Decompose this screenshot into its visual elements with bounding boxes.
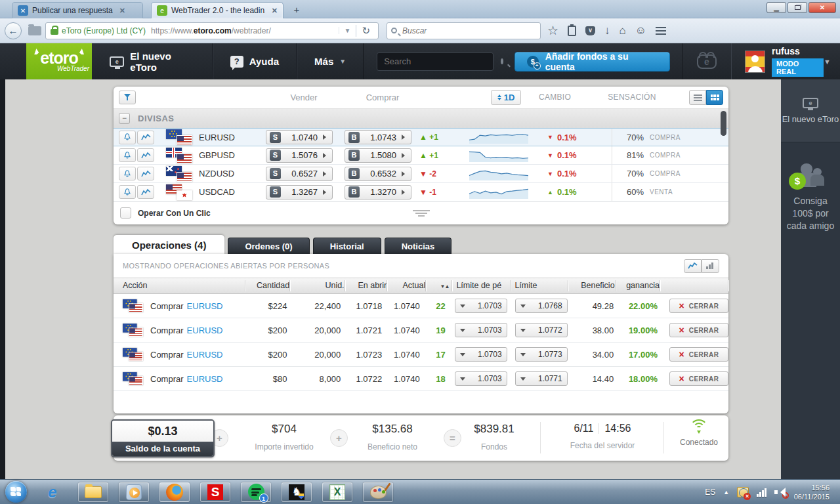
clock[interactable]: 15:56 06/11/2015 — [794, 483, 833, 501]
downloads-icon[interactable]: ↓ — [604, 25, 610, 36]
sell-button[interactable]: S1.3267 — [266, 185, 333, 200]
close-trade-button[interactable]: ×CERRAR — [669, 347, 728, 362]
minimize-button[interactable]: ▁ — [766, 2, 786, 13]
pair-link[interactable]: EURUSD — [187, 301, 223, 311]
scrollbar-thumb[interactable] — [721, 111, 726, 136]
tab-historial[interactable]: Historial — [313, 238, 381, 255]
resize-handle[interactable] — [413, 209, 430, 218]
pocket-icon[interactable]: ∨ — [585, 26, 595, 35]
pair-name[interactable]: NZDUSD — [199, 169, 250, 178]
buy-button[interactable]: B1.0743 — [345, 130, 411, 144]
back-button[interactable]: ← — [5, 22, 22, 39]
pair-name[interactable]: GBPUSD — [199, 150, 250, 160]
new-tab-button[interactable]: + — [289, 4, 304, 16]
sell-button[interactable]: S0.6527 — [266, 167, 333, 181]
tab-noticias[interactable]: Noticias — [385, 238, 452, 255]
taskbar-media-player[interactable] — [119, 482, 149, 502]
sell-button[interactable]: S1.0740 — [266, 130, 333, 144]
taskbar-firefox[interactable] — [159, 482, 190, 502]
avatar[interactable] — [745, 51, 765, 73]
network-error-icon[interactable] — [737, 487, 749, 497]
take-profit-dropdown[interactable]: 1.0768 — [515, 299, 568, 313]
history-folder-icon[interactable] — [28, 26, 41, 35]
nav-more[interactable]: Más ▼ — [297, 43, 364, 79]
collapse-button[interactable]: − — [119, 113, 130, 124]
watchlist-row-NZDUSD[interactable]: NZDUSD S0.6527 B0.6532 ▼ -2 ▼0.1% 70%COM… — [114, 165, 728, 183]
take-profit-dropdown[interactable]: 1.0772 — [515, 323, 568, 337]
tab-ordenes-[interactable]: Ordenes (0) — [228, 238, 309, 255]
take-profit-dropdown[interactable]: 1.0771 — [515, 371, 568, 386]
alert-bell-button[interactable] — [119, 167, 136, 180]
sidebar-new-etoro[interactable]: e El nuevo eToro — [781, 79, 840, 142]
column-header-En abrir[interactable]: En abrir — [345, 280, 388, 291]
taskbar-paint[interactable] — [363, 482, 393, 502]
balance-card[interactable]: $0.13 Saldo de la cuenta — [111, 419, 215, 457]
column-header-Unid.[interactable]: Unid. — [290, 280, 345, 291]
grid-view-button[interactable] — [706, 90, 723, 105]
open-chart-button[interactable] — [137, 185, 154, 199]
tab-operaciones-[interactable]: Operaciones (4) — [114, 235, 224, 255]
restore-button[interactable] — [788, 2, 807, 13]
taskbar-s-app[interactable]: S — [200, 482, 230, 502]
column-header-Acción[interactable]: Acción — [114, 280, 245, 291]
nav-help[interactable]: ? Ayuda — [213, 43, 297, 79]
browser-tab-webtrader[interactable]: e WebTrader 2.0 - the leadin... ✕ — [151, 2, 284, 18]
column-header-Límite de pé[interactable]: Límite de pé — [452, 280, 511, 291]
tray-expand-icon[interactable]: ▲ — [723, 489, 729, 495]
bookmarks-list-icon[interactable] — [568, 26, 576, 36]
column-header-Límite[interactable]: Límite — [511, 280, 568, 291]
one-click-checkbox[interactable] — [120, 207, 131, 219]
stop-loss-dropdown[interactable]: 1.0703 — [455, 299, 507, 313]
pair-name[interactable]: USDCAD — [199, 187, 250, 197]
taskbar-ie[interactable]: e — [37, 482, 68, 502]
column-header-Beneficio[interactable]: Beneficio — [568, 280, 616, 291]
buy-button[interactable]: B1.3270 — [345, 185, 411, 200]
browser-search-input[interactable] — [401, 26, 513, 36]
tab-close-icon[interactable]: ✕ — [119, 7, 125, 15]
pair-link[interactable]: EURUSD — [187, 374, 223, 384]
buy-button[interactable]: B1.5080 — [345, 148, 411, 163]
user-menu[interactable]: rufuss MODO REAL — [731, 43, 824, 79]
alert-bell-button[interactable] — [119, 185, 136, 199]
taskbar-explorer[interactable] — [78, 482, 108, 502]
start-button[interactable] — [5, 481, 27, 503]
open-chart-button[interactable] — [137, 131, 154, 144]
add-funds-button[interactable]: $ Añadir fondos a su cuenta — [514, 52, 670, 72]
trade-row[interactable]: ComprarEURUSD $80 8,000 1.0722 1.0740 18… — [114, 367, 728, 391]
close-trade-button[interactable]: ×CERRAR — [669, 299, 728, 313]
stop-loss-dropdown[interactable]: 1.0703 — [455, 347, 507, 362]
close-trade-button[interactable]: ×CERRAR — [669, 371, 728, 386]
trade-row[interactable]: ComprarEURUSD $200 20,000 1.0721 1.0740 … — [114, 318, 728, 343]
trade-row[interactable]: ComprarEURUSD $224 22,400 1.0718 1.0740 … — [114, 294, 728, 318]
watchlist-row-GBPUSD[interactable]: GBPUSD S1.5076 B1.5080 ▲ +1 ▼0.1% 81%COM… — [114, 146, 728, 165]
watchlist-row-EURUSD[interactable]: EURUSD S1.0740 B1.0743 ▲ +1 ▼0.1% 70%COM… — [114, 128, 728, 146]
column-header-sort[interactable]: ▼▲ — [426, 280, 452, 291]
take-profit-dropdown[interactable]: 1.0773 — [515, 347, 568, 362]
column-header-sort[interactable] — [660, 280, 728, 291]
signal-bars-icon[interactable] — [757, 488, 766, 497]
menu-icon[interactable] — [656, 27, 666, 28]
language-indicator[interactable]: ES — [705, 488, 715, 497]
home-icon[interactable]: ⌂ — [620, 25, 626, 36]
column-header-Actual[interactable]: Actual — [387, 280, 426, 291]
column-header-ganancia[interactable]: ganancia — [616, 280, 660, 291]
trade-row[interactable]: ComprarEURUSD $200 20,000 1.0723 1.0740 … — [114, 343, 728, 367]
timeframe-selector[interactable]: 1D — [491, 90, 521, 105]
stats-mode-button[interactable] — [702, 259, 719, 273]
etoro-logo[interactable]: etoro WebTrader — [26, 43, 92, 79]
muted-speaker-icon[interactable] — [774, 488, 786, 497]
chart-mode-button[interactable] — [684, 259, 702, 273]
list-view-button[interactable] — [689, 90, 706, 105]
url-text[interactable]: https://www.etoro.com/webtrader/ — [151, 26, 338, 35]
pair-name[interactable]: EURUSD — [199, 133, 250, 142]
url-dropdown-icon[interactable]: ▼ — [339, 27, 356, 34]
openbook-link[interactable]: e — [682, 43, 731, 79]
buy-button[interactable]: B0.6532 — [345, 167, 411, 181]
tab-close-icon[interactable]: ✕ — [272, 7, 278, 15]
app-search-input[interactable] — [383, 56, 501, 67]
taskbar-game[interactable]: ♞ — [282, 482, 312, 502]
bookmark-star-icon[interactable]: ☆ — [547, 24, 558, 37]
close-trade-button[interactable]: ×CERRAR — [669, 323, 728, 337]
reload-icon[interactable]: ↻ — [356, 25, 375, 37]
url-bar[interactable]: eToro (Europe) Ltd (CY) https://www.etor… — [45, 22, 379, 39]
